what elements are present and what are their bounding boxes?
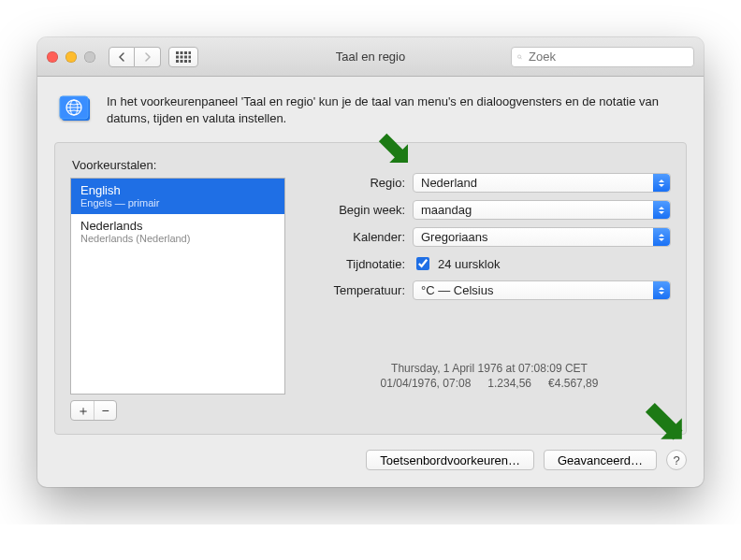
language-name: Nederlands: [80, 219, 275, 233]
remove-language-button[interactable]: −: [94, 401, 116, 420]
language-sub: Engels — primair: [80, 197, 275, 208]
back-button[interactable]: [109, 47, 135, 67]
preferred-languages-list[interactable]: English Engels — primair Nederlands Nede…: [70, 178, 285, 395]
preferred-languages-column: Voorkeurstalen: English Engels — primair…: [70, 156, 285, 421]
weekstart-value: maandag: [421, 203, 472, 217]
sample-currency: €4.567,89: [548, 377, 598, 390]
svg-rect-11: [189, 60, 192, 63]
svg-rect-3: [189, 51, 192, 54]
timeformat-label: Tijdnotatie:: [308, 257, 413, 271]
row-weekstart: Begin week: maandag: [308, 200, 671, 220]
stepper-arrows-icon: [653, 201, 670, 219]
settings-card: Voorkeurstalen: English Engels — primair…: [54, 142, 687, 435]
svg-rect-8: [176, 60, 179, 63]
region-popup[interactable]: Nederland: [413, 173, 671, 193]
row-timeformat: Tijdnotatie: 24 uursklok: [308, 254, 671, 273]
24h-checkbox-wrap[interactable]: 24 uursklok: [413, 254, 500, 273]
language-name: English: [80, 183, 275, 197]
footer-buttons-row: Toetsenbordvoorkeuren… Geavanceerd… ?: [37, 444, 704, 487]
weekstart-popup[interactable]: maandag: [413, 200, 671, 220]
weekstart-label: Begin week:: [308, 203, 413, 217]
24h-checkbox-label: 24 uursklok: [438, 257, 500, 271]
preferences-window: Taal en regio In het voorkeurenpaneel 'T…: [37, 37, 704, 487]
svg-rect-10: [184, 60, 187, 63]
temperature-popup[interactable]: °C — Celsius: [413, 280, 671, 300]
svg-rect-1: [181, 51, 183, 54]
minimize-window-button[interactable]: [65, 51, 77, 63]
chevron-left-icon: [118, 52, 125, 62]
show-all-button[interactable]: [168, 47, 198, 67]
temperature-label: Temperatuur:: [308, 283, 413, 297]
svg-rect-2: [184, 51, 187, 54]
preferred-languages-label: Voorkeurstalen:: [72, 158, 285, 172]
grid-icon: [176, 51, 191, 63]
svg-rect-7: [189, 55, 192, 58]
calendar-popup[interactable]: Gregoriaans: [413, 227, 671, 247]
calendar-label: Kalender:: [308, 230, 413, 244]
search-field[interactable]: [511, 47, 694, 67]
svg-rect-4: [176, 55, 179, 58]
row-calendar: Kalender: Gregoriaans: [308, 227, 671, 247]
intro-header: In het voorkeurenpaneel 'Taal en regio' …: [37, 77, 704, 142]
stepper-arrows-icon: [653, 228, 670, 246]
svg-rect-9: [181, 60, 183, 63]
region-settings-column: Regio: Nederland Begin week: maandag Kal…: [308, 156, 671, 421]
row-temperature: Temperatuur: °C — Celsius: [308, 280, 671, 300]
language-item-english[interactable]: English Engels — primair: [71, 179, 284, 214]
close-window-button[interactable]: [47, 51, 58, 63]
language-region-pref-icon: [58, 92, 94, 129]
calendar-value: Gregoriaans: [421, 230, 488, 244]
language-sub: Nederlands (Nederland): [80, 233, 275, 244]
window-traffic-lights: [47, 51, 95, 63]
search-input[interactable]: [527, 49, 688, 65]
keyboard-preferences-button[interactable]: Toetsenbordvoorkeuren…: [366, 450, 534, 470]
row-region: Regio: Nederland: [308, 173, 671, 193]
svg-rect-5: [181, 55, 183, 58]
title-bar: Taal en regio: [37, 37, 704, 77]
format-sample: Thursday, 1 April 1976 at 07:08:09 CET 0…: [308, 362, 671, 390]
intro-text: In het voorkeurenpaneel 'Taal en regio' …: [107, 93, 683, 126]
stepper-arrows-icon: [653, 281, 670, 299]
question-mark-icon: ?: [673, 453, 679, 467]
search-icon: [517, 51, 522, 63]
chevron-right-icon: [144, 52, 152, 62]
svg-rect-0: [176, 51, 179, 54]
svg-rect-6: [184, 55, 187, 58]
stepper-arrows-icon: [653, 174, 670, 192]
advanced-button[interactable]: Geavanceerd…: [544, 450, 657, 470]
back-forward-segment: [109, 47, 161, 67]
forward-button[interactable]: [135, 47, 161, 67]
svg-line-13: [520, 57, 521, 58]
add-language-button[interactable]: ＋: [71, 401, 94, 420]
24h-checkbox[interactable]: [416, 257, 429, 270]
help-button[interactable]: ?: [666, 450, 687, 470]
add-remove-segment: ＋ −: [70, 400, 117, 421]
sample-long: Thursday, 1 April 1976 at 07:08:09 CET: [391, 362, 588, 375]
sample-short: 01/04/1976, 07:08: [381, 377, 472, 390]
sample-number: 1.234,56: [487, 377, 531, 390]
zoom-window-button[interactable]: [84, 51, 95, 63]
region-value: Nederland: [421, 176, 477, 190]
language-item-nederlands[interactable]: Nederlands Nederlands (Nederland): [71, 214, 284, 250]
region-label: Regio:: [308, 176, 413, 190]
temperature-value: °C — Celsius: [421, 283, 493, 297]
